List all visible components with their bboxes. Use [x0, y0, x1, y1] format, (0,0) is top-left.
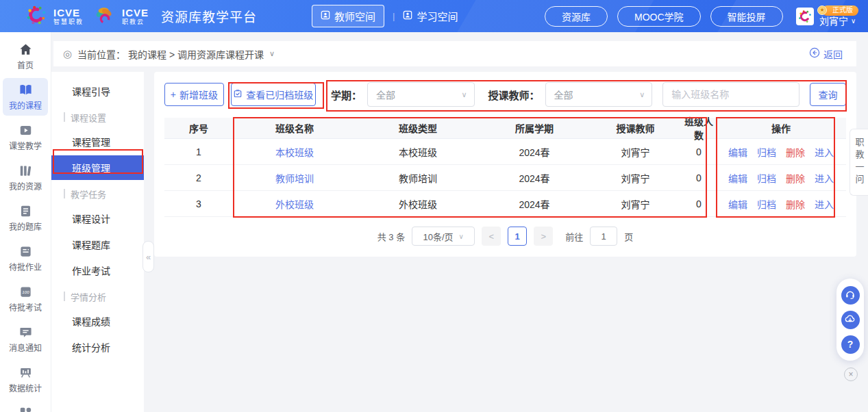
submenu-item-course-question-bank[interactable]: 课程题库 [51, 232, 144, 257]
current-page-button[interactable]: 1 [508, 227, 527, 246]
help-button[interactable]: ? [841, 335, 860, 354]
term-select-value: 全部 [376, 88, 395, 101]
cell-count: 0 [682, 198, 716, 209]
brand-group: ICVE 智慧职教 ICVE 职教云 资源库教学平台 [26, 5, 257, 28]
col-header-term: 所属学期 [480, 121, 589, 135]
page-size-select[interactable]: 10条/页 ∨ [412, 227, 475, 246]
archive-link[interactable]: 归档 [757, 145, 776, 159]
library-books-icon [19, 164, 32, 177]
rail-item-home[interactable]: 首页 [3, 38, 48, 75]
enter-link[interactable]: 进入 [815, 197, 834, 211]
class-name-link[interactable]: 教师培训 [275, 173, 314, 184]
back-arrow-icon [809, 47, 820, 60]
class-table: 序号 班级名称 班级类型 所属学期 授课教师 班级人数 操作 1 本校班级 本校… [164, 118, 846, 217]
rail-item-my-question-bank[interactable]: 我的题库 [3, 199, 48, 237]
cell-class-type: 教师培训 [356, 171, 480, 185]
download-button[interactable] [841, 311, 860, 329]
svg-text:100: 100 [22, 289, 29, 294]
class-name-link[interactable]: 本校班级 [275, 147, 314, 158]
submenu-item-course-design[interactable]: 课程设计 [51, 206, 144, 231]
submenu-item-homework-exams[interactable]: 作业考试 [51, 258, 144, 283]
headset-icon [845, 289, 856, 302]
user-zone: ★ 正式版 刘宵宁 ∨ [796, 0, 858, 32]
rail-item-pending-homework[interactable]: 待批作业 [3, 240, 48, 277]
breadcrumb-path[interactable]: 我的课程 > 调用资源库课程开课 [128, 47, 264, 61]
zhijiao-qa-side-tab[interactable]: 职教一问 [850, 129, 868, 196]
submenu-section-learning-analysis: 学情分析 [51, 285, 144, 307]
toolbar: + 新增班级 查看已归档班级 学期： 全部 ∨ 授课教师： 全部 ∨ 查询 [164, 82, 846, 107]
sidebar-collapse-handle[interactable]: « [142, 241, 154, 272]
delete-link[interactable]: 删除 [786, 171, 805, 185]
next-page-button[interactable]: > [534, 227, 553, 246]
total-count-label: 共 3 条 [377, 230, 405, 243]
open-book-icon [19, 83, 32, 96]
cell-count: 0 [682, 146, 716, 157]
cell-class-type: 外校班级 [356, 197, 480, 211]
cell-teacher: 刘宵宁 [589, 171, 682, 185]
customer-service-button[interactable] [841, 286, 860, 305]
submenu-item-course-management[interactable]: 课程管理 [51, 129, 144, 154]
homework-icon [19, 245, 32, 258]
mooc-college-button[interactable]: MOOC学院 [617, 6, 701, 27]
cell-teacher: 刘宵宁 [589, 145, 682, 159]
table-row: 1 本校班级 本校班级 2024春 刘宵宁 0 编辑 归档 删除 进入 [164, 139, 846, 165]
add-class-button[interactable]: + 新增班级 [164, 83, 224, 106]
submenu-item-course-grades[interactable]: 课程成绩 [51, 309, 144, 333]
icve-zhihui-logo-text: ICVE 智慧职教 [53, 8, 84, 25]
archive-link[interactable]: 归档 [757, 197, 776, 211]
edit-link[interactable]: 编辑 [728, 145, 747, 159]
cloud-download-icon [845, 313, 856, 326]
cell-term: 2024春 [480, 197, 589, 211]
archive-box-icon [233, 89, 243, 101]
rail-item-messages[interactable]: 消息通知 [3, 320, 48, 358]
rail-item-third-party-apps[interactable]: 第三方应用 [3, 401, 48, 412]
back-button[interactable]: 返回 [809, 47, 843, 61]
user-menu[interactable]: 刘宵宁 ∨ [819, 16, 856, 27]
avatar[interactable] [796, 8, 814, 25]
goto-page-input[interactable] [590, 227, 617, 246]
header-quick-links: 资源库 MOOC学院 智能投屏 [545, 0, 783, 32]
learning-space-icon [403, 10, 412, 22]
medal-icon: ★ [817, 5, 827, 15]
delete-link[interactable]: 删除 [786, 145, 805, 159]
space-nav: 教师空间 | 学习空间 [312, 0, 458, 32]
term-select[interactable]: 全部 ∨ [367, 82, 475, 107]
rail-item-pending-exams[interactable]: 100 待批考试 [3, 280, 48, 318]
resource-library-button[interactable]: 资源库 [545, 6, 608, 27]
collapse-icon: « [146, 252, 151, 262]
teacher-select[interactable]: 全部 ∨ [545, 82, 653, 107]
prev-page-button[interactable]: < [482, 227, 501, 246]
close-floating-toolbar-button[interactable]: × [844, 368, 858, 381]
rail-item-my-resources[interactable]: 我的资源 [3, 159, 48, 196]
enter-link[interactable]: 进入 [815, 171, 834, 185]
plus-icon: + [171, 89, 176, 100]
smart-cast-button[interactable]: 智能投屏 [710, 6, 783, 27]
archive-link[interactable]: 归档 [757, 171, 776, 185]
delete-link[interactable]: 删除 [786, 197, 805, 211]
submenu-item-class-management[interactable]: 班级管理 [51, 155, 144, 180]
class-name-search-input[interactable] [662, 82, 799, 107]
submenu-item-statistical-analysis[interactable]: 统计分析 [51, 335, 144, 359]
col-header-class-type: 班级类型 [356, 121, 480, 135]
tab-teacher-space[interactable]: 教师空间 [312, 5, 384, 27]
rail-item-classroom-teaching[interactable]: 课堂教学 [3, 118, 48, 156]
enter-link[interactable]: 进入 [815, 145, 834, 159]
tab-learning-space[interactable]: 学习空间 [403, 9, 458, 23]
rail-item-my-courses[interactable]: 我的课程 [3, 78, 48, 116]
page-size-value: 10条/页 [423, 230, 454, 243]
app-title: 资源库教学平台 [161, 7, 257, 25]
query-button[interactable]: 查询 [810, 83, 846, 106]
app-header: ICVE 智慧职教 ICVE 职教云 资源库教学平台 教师空间 | [0, 0, 868, 32]
cell-no: 3 [164, 198, 233, 209]
goto-prefix-label: 前往 [565, 230, 583, 243]
submenu-item-course-guide[interactable]: 课程引导 [51, 79, 144, 103]
edit-link[interactable]: 编辑 [728, 171, 747, 185]
chevron-down-icon: ∨ [459, 233, 464, 240]
rail-item-data-statistics[interactable]: 数据统计 [3, 361, 48, 398]
class-name-link[interactable]: 外校班级 [275, 199, 314, 210]
view-archived-classes-button[interactable]: 查看已归档班级 [231, 83, 316, 106]
location-pin-icon: ◎ [63, 48, 72, 60]
edit-link[interactable]: 编辑 [728, 197, 747, 211]
table-row: 3 外校班级 外校班级 2024春 刘宵宁 0 编辑 归档 删除 进入 [164, 191, 846, 217]
cell-term: 2024春 [480, 145, 589, 159]
